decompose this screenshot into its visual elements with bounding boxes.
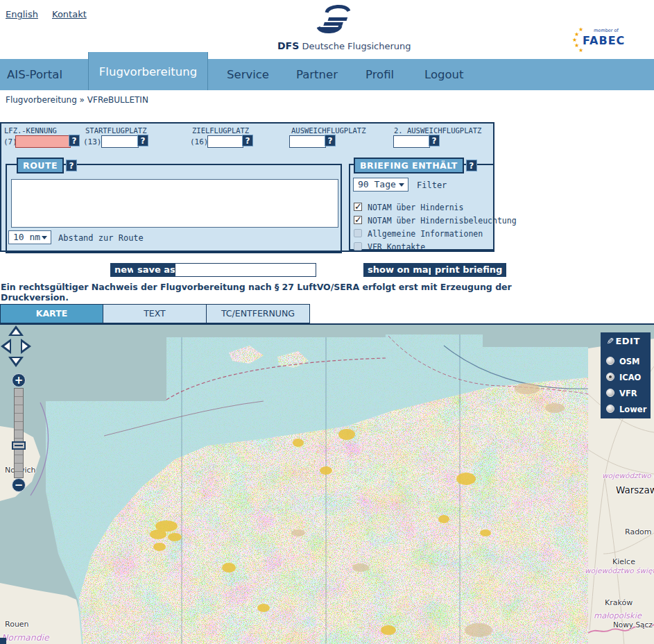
map-label-wojewodztwo-ma: województwo ma: [602, 471, 654, 480]
route-help-button[interactable]: ?: [66, 160, 77, 171]
ausweichflugplatz-input[interactable]: [289, 135, 326, 148]
pencil-icon: ✎: [606, 336, 614, 346]
fabec-name: FABEC: [583, 34, 625, 47]
nav-item-ais-portal[interactable]: AIS-Portal: [7, 59, 62, 90]
osm-radio[interactable]: [606, 357, 614, 365]
zielflugplatz-help-button[interactable]: ?: [242, 135, 253, 146]
chevron-down-icon: [42, 236, 47, 239]
notam-hindernisbeleuchtung-checkbox[interactable]: [354, 216, 362, 224]
nav-item-partner[interactable]: Partner: [296, 59, 338, 90]
contact-link[interactable]: Kontakt: [52, 9, 87, 19]
route-group: ROUTE ? 10 nm Abstand zur Route: [6, 164, 342, 253]
lower-radio[interactable]: [606, 405, 614, 413]
route-distance-label: Abstand zur Route: [58, 233, 144, 243]
ausweichflugplatz2-input[interactable]: [393, 135, 430, 148]
briefing-name-input[interactable]: [175, 263, 316, 277]
map-label-kielce: Kielce: [612, 557, 635, 566]
nav-item-service[interactable]: Service: [227, 59, 269, 90]
map-label-warszawa: Warszawa: [616, 484, 654, 495]
tab-karte[interactable]: KARTE: [0, 304, 103, 323]
field-label-zielflugplatz: ZIELFLUGPLATZ: [192, 126, 249, 135]
save-as-button[interactable]: save as: [133, 263, 180, 277]
nav-item-logout[interactable]: Logout: [424, 59, 464, 90]
ausweichflugplatz-help-button[interactable]: ?: [325, 135, 336, 146]
startflugplatz-help-button[interactable]: ?: [137, 135, 148, 146]
breadcrumb-page: VFReBULLETIN: [87, 95, 148, 105]
breadcrumb-separator: »: [80, 95, 85, 105]
vfr-radio[interactable]: [606, 389, 614, 397]
lfz-kennung-input[interactable]: [15, 135, 71, 148]
zoom-slider-handle[interactable]: [12, 441, 26, 450]
dfs-logo: DFS Deutsche Flugsicherung: [277, 3, 388, 51]
route-distance-select[interactable]: 10 nm: [8, 230, 51, 244]
zoom-slider-track[interactable]: [14, 388, 24, 478]
ausweichflugplatz2-help-button[interactable]: ?: [429, 135, 440, 146]
print-briefing-button[interactable]: print briefing: [431, 263, 506, 277]
briefing-help-button[interactable]: ?: [466, 160, 477, 171]
vfr-kontakte-checkbox[interactable]: [354, 242, 362, 251]
show-on-map-button[interactable]: show on map: [363, 263, 439, 277]
breadcrumb-section[interactable]: Flugvorbereitung: [6, 95, 77, 105]
map-label-malopolskie: małopolskie: [594, 611, 642, 620]
breadcrumb: Flugvorbereitung » VFReBULLETIN: [6, 95, 148, 105]
briefing-period-select[interactable]: 90 Tage: [353, 178, 408, 192]
lfz-kennung-help-button[interactable]: ?: [69, 135, 80, 146]
icao-radio[interactable]: [606, 373, 614, 381]
tab-text[interactable]: TEXT: [103, 304, 207, 323]
field-prefix-ziel: (16): [190, 137, 209, 146]
language-link[interactable]: English: [6, 9, 38, 19]
fabec-member-of: member of: [594, 28, 619, 33]
nav-item-profil[interactable]: Profil: [365, 59, 394, 90]
notam-hindernis-checkbox[interactable]: [354, 203, 362, 211]
legal-notice: Ein rechtsgültiger Nachweis der Flugvorb…: [1, 282, 556, 303]
zielflugplatz-input[interactable]: [207, 135, 243, 148]
map-attribution-toggle[interactable]: [0, 638, 6, 644]
briefing-period-label: Filter: [417, 180, 447, 190]
field-label-startflugplatz: STARTFLUGPLATZ: [85, 126, 147, 135]
edit-button[interactable]: ✎EDIT: [606, 336, 640, 346]
fabec-stars-icon: ★★★ ★★: [572, 26, 583, 53]
svg-text:★: ★: [578, 47, 583, 53]
map-label-wojewodztwo-swietokrz: województwo świętokrz: [585, 566, 654, 575]
map-image: [0, 325, 654, 644]
zoom-out-button[interactable]: −: [12, 478, 26, 492]
map-label-nowy-sacz: Nowy Sącz: [613, 620, 653, 629]
route-legend: ROUTE: [17, 158, 64, 173]
nav-item-flugvorbereitung[interactable]: Flugvorbereitung: [88, 52, 208, 90]
zoom-in-button[interactable]: +: [12, 373, 26, 387]
startflugplatz-input[interactable]: [101, 135, 139, 148]
briefing-legend: BRIEFING ENTHÄLT: [354, 158, 464, 173]
fabec-logo: member of ★★★ ★★ FABEC: [570, 25, 634, 56]
field-label-ausweichflugplatz: AUSWEICHFLUGPLATZ: [291, 126, 365, 135]
chevron-down-icon: [399, 183, 404, 187]
map-label-rouen: Rouen: [5, 620, 29, 629]
map-canvas[interactable]: Norwich Warszawa Radom Kielce Kraków Now…: [0, 323, 654, 644]
route-textarea[interactable]: [11, 179, 338, 228]
tab-tc-entfernung[interactable]: TC/ENTFERNUNG: [206, 304, 310, 323]
dfs-logo-icon: [311, 3, 354, 36]
allgemeine-informationen-checkbox[interactable]: [354, 229, 362, 237]
dfs-logo-text: DFS Deutsche Flugsicherung: [277, 40, 388, 51]
briefing-group: BRIEFING ENTHÄLT ? 90 Tage Filter NOTAM …: [349, 164, 494, 251]
map-label-normandie: Normandie: [1, 632, 49, 643]
map-label-krakow: Kraków: [605, 598, 633, 607]
field-prefix-start: (13): [83, 137, 102, 146]
map-pan-control[interactable]: [0, 325, 32, 369]
field-label-2-ausweichflugplatz: 2. AUSWEICHFLUGPLATZ: [394, 126, 481, 135]
field-label-lfz-kennung: LFZ.-KENNUNG: [4, 126, 57, 135]
map-layer-panel: ✎EDIT OSM ICAO VFR Lower: [601, 332, 651, 418]
flight-prep-form: LFZ.-KENNUNG STARTFLUGPLATZ ZIELFLUGPLAT…: [0, 122, 494, 252]
map-label-radom: Radom: [625, 527, 652, 536]
